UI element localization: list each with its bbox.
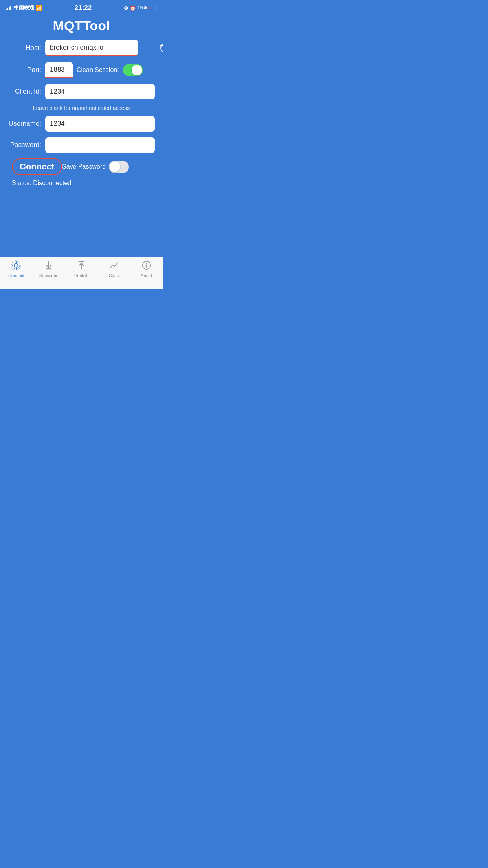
username-input[interactable] <box>45 116 155 132</box>
publish-tab-icon <box>76 260 86 272</box>
host-input[interactable] <box>45 40 138 56</box>
client-id-input[interactable] <box>45 84 155 99</box>
username-label: Username: <box>8 120 41 128</box>
clean-session-label: Clean Session: <box>77 66 119 74</box>
connect-section: Connect Save Password <box>12 158 155 175</box>
hint-text: Leave blank for unauthenticated access <box>8 105 155 111</box>
battery-percent: 15% <box>138 5 147 11</box>
port-row: Port: Clean Session: <box>8 62 155 78</box>
signal-bars <box>6 6 11 10</box>
tab-connect-label: Connect <box>8 273 24 278</box>
tab-subscribe[interactable]: Subscribe <box>33 260 65 278</box>
password-input[interactable] <box>45 137 155 153</box>
clean-session-toggle[interactable] <box>123 64 143 76</box>
tab-bar: Connect Subscribe Publish <box>0 257 163 289</box>
main-content: Host: Port: Clean Session: Client Id: Le… <box>0 40 163 257</box>
svg-point-1 <box>15 263 18 267</box>
time-label: 21:22 <box>75 4 92 12</box>
stats-tab-icon <box>109 260 119 272</box>
status-left: 中国联通 📶 <box>6 4 42 11</box>
password-label: Password: <box>8 141 41 149</box>
alarm-icon: ⏰ <box>130 5 136 11</box>
status-bar: 中国联通 📶 21:22 ⊕ ⏰ 15% <box>0 0 163 14</box>
svg-point-10 <box>146 263 147 264</box>
tab-publish-label: Publish <box>74 273 88 278</box>
status-text: Status: Disconnected <box>12 180 155 187</box>
save-password-label: Save Password <box>62 163 106 170</box>
tab-stats-label: Stats <box>109 273 119 278</box>
status-right: ⊕ ⏰ 15% <box>124 5 157 11</box>
tab-connect[interactable]: Connect <box>0 260 33 278</box>
client-id-label: Client Id: <box>8 88 41 96</box>
connect-tab-icon <box>11 260 21 272</box>
username-row: Username: <box>8 116 155 132</box>
wifi-icon: 📶 <box>36 5 42 11</box>
history-button[interactable] <box>158 41 163 55</box>
carrier-label: 中国联通 <box>14 4 34 11</box>
battery-icon <box>149 6 157 10</box>
tab-stats[interactable]: Stats <box>97 260 130 278</box>
tab-about-label: About <box>141 273 152 278</box>
app-title: MQTTool <box>0 14 163 40</box>
save-password-toggle[interactable] <box>109 161 129 173</box>
port-input[interactable] <box>45 62 73 78</box>
password-row: Password: <box>8 137 155 153</box>
client-id-row: Client Id: <box>8 84 155 99</box>
tab-about[interactable]: About <box>130 260 163 278</box>
target-icon: ⊕ <box>124 5 128 11</box>
subscribe-tab-icon <box>44 260 54 272</box>
host-row: Host: <box>8 40 155 56</box>
tab-publish[interactable]: Publish <box>65 260 98 278</box>
port-label: Port: <box>8 66 41 74</box>
connect-button[interactable]: Connect <box>12 158 62 175</box>
tab-subscribe-label: Subscribe <box>39 273 59 278</box>
host-label: Host: <box>8 44 41 52</box>
about-tab-icon <box>141 260 152 272</box>
